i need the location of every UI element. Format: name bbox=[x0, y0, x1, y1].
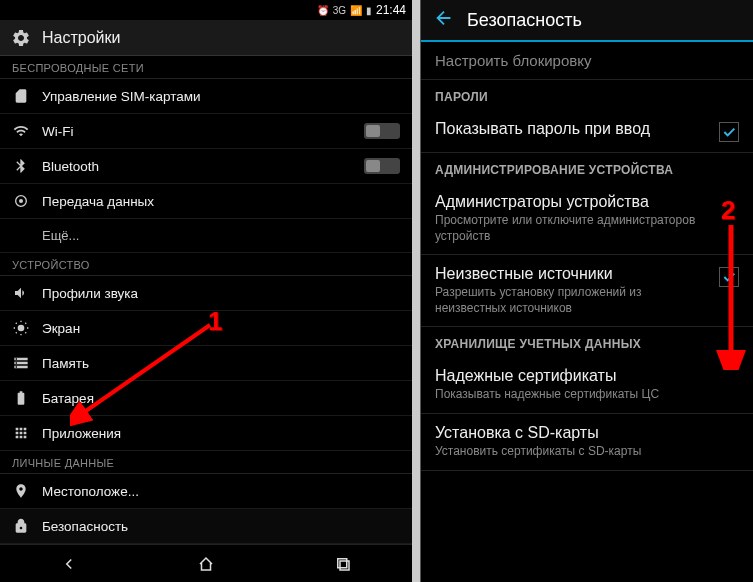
setting-more[interactable]: Ещё... bbox=[0, 219, 412, 253]
sound-icon bbox=[12, 284, 30, 302]
setting-sublabel: Просмотрите или отключите администраторо… bbox=[435, 213, 739, 244]
gear-icon bbox=[10, 27, 32, 49]
setting-security[interactable]: Безопасность bbox=[0, 509, 412, 544]
battery-icon: ▮ bbox=[366, 5, 372, 16]
setting-storage[interactable]: Память bbox=[0, 346, 412, 381]
section-passwords-header: ПАРОЛИ bbox=[421, 80, 753, 110]
lock-icon bbox=[12, 517, 30, 535]
setting-bluetooth[interactable]: Bluetooth bbox=[0, 149, 412, 184]
section-device-admin-header: АДМИНИСТРИРОВАНИЕ УСТРОЙСТВА bbox=[421, 153, 753, 183]
left-phone-screen: ⏰ 3G 📶 ▮ 21:44 Настройки БЕСПРОВОДНЫЕ СЕ… bbox=[0, 0, 412, 582]
page-title: Настройки bbox=[42, 29, 120, 47]
setting-label: Неизвестные источники bbox=[435, 265, 711, 283]
back-icon[interactable] bbox=[433, 7, 455, 33]
setting-data[interactable]: Передача данных bbox=[0, 184, 412, 219]
setting-label: Установка с SD-карты bbox=[435, 424, 739, 442]
setting-label: Администраторы устройства bbox=[435, 193, 739, 211]
app-title-bar: Настройки bbox=[0, 20, 412, 56]
setting-label: Wi-Fi bbox=[42, 124, 352, 139]
annotation-number-2: 2 bbox=[721, 195, 735, 226]
setting-label: Батарея bbox=[42, 391, 400, 406]
setting-display[interactable]: Экран bbox=[0, 311, 412, 346]
page-title: Безопасность bbox=[467, 10, 582, 31]
bluetooth-toggle[interactable] bbox=[364, 158, 400, 174]
status-bar: ⏰ 3G 📶 ▮ 21:44 bbox=[0, 0, 412, 20]
setting-label: Приложения bbox=[42, 426, 400, 441]
setting-label: Память bbox=[42, 356, 400, 371]
setting-label: Профили звука bbox=[42, 286, 400, 301]
setting-label: Bluetooth bbox=[42, 159, 352, 174]
apps-icon bbox=[12, 424, 30, 442]
setting-sublabel: Установить сертификаты с SD-карты bbox=[435, 444, 739, 460]
setting-sublabel: Показывать надежные сертификаты ЦС bbox=[435, 387, 739, 403]
section-wireless-header: БЕСПРОВОДНЫЕ СЕТИ bbox=[0, 56, 412, 79]
setting-label: Ещё... bbox=[12, 228, 400, 243]
settings-list[interactable]: БЕСПРОВОДНЫЕ СЕТИ Управление SIM-картами… bbox=[0, 56, 412, 544]
setting-label: Надежные сертификаты bbox=[435, 367, 739, 385]
section-credentials-header: ХРАНИЛИЩЕ УЧЕТНЫХ ДАННЫХ bbox=[421, 327, 753, 357]
setting-install-sd[interactable]: Установка с SD-карты Установить сертифик… bbox=[421, 414, 753, 471]
network-indicator: 3G bbox=[333, 5, 346, 16]
setting-label: Местоположе... bbox=[42, 484, 400, 499]
show-password-checkbox[interactable] bbox=[719, 122, 739, 142]
setting-sim[interactable]: Управление SIM-картами bbox=[0, 79, 412, 114]
setting-location[interactable]: Местоположе... bbox=[0, 474, 412, 509]
display-icon bbox=[12, 319, 30, 337]
setting-device-admins[interactable]: Администраторы устройства Просмотрите ил… bbox=[421, 183, 753, 255]
wifi-toggle[interactable] bbox=[364, 123, 400, 139]
setting-apps[interactable]: Приложения bbox=[0, 416, 412, 451]
nav-bar bbox=[0, 544, 412, 582]
setting-wifi[interactable]: Wi-Fi bbox=[0, 114, 412, 149]
setting-trusted-certs[interactable]: Надежные сертификаты Показывать надежные… bbox=[421, 357, 753, 414]
svg-point-1 bbox=[19, 199, 23, 203]
wifi-icon bbox=[12, 122, 30, 140]
nav-home-button[interactable] bbox=[188, 550, 224, 578]
setting-show-password[interactable]: Показывать пароль при ввод bbox=[421, 110, 753, 153]
bluetooth-icon bbox=[12, 157, 30, 175]
setting-sublabel: Разрешить установку приложений из неизве… bbox=[435, 285, 711, 316]
annotation-number-1: 1 bbox=[208, 306, 222, 337]
setting-label: Настроить блокировку bbox=[435, 52, 739, 69]
clock: 21:44 bbox=[376, 3, 406, 17]
sim-icon bbox=[12, 87, 30, 105]
security-title-bar: Безопасность bbox=[421, 0, 753, 42]
setting-unknown-sources[interactable]: Неизвестные источники Разрешить установк… bbox=[421, 255, 753, 327]
section-personal-header: ЛИЧНЫЕ ДАННЫЕ bbox=[0, 451, 412, 474]
setting-sound[interactable]: Профили звука bbox=[0, 276, 412, 311]
nav-back-button[interactable] bbox=[51, 550, 87, 578]
setting-label: Управление SIM-картами bbox=[42, 89, 400, 104]
location-icon bbox=[12, 482, 30, 500]
svg-rect-4 bbox=[340, 561, 349, 570]
svg-rect-3 bbox=[338, 558, 347, 567]
storage-icon bbox=[12, 354, 30, 372]
setting-label: Показывать пароль при ввод bbox=[435, 120, 711, 138]
signal-icon: 📶 bbox=[350, 5, 362, 16]
setting-battery[interactable]: Батарея bbox=[0, 381, 412, 416]
data-icon bbox=[12, 192, 30, 210]
nav-recent-button[interactable] bbox=[325, 550, 361, 578]
right-phone-screen: Безопасность Настроить блокировку ПАРОЛИ… bbox=[420, 0, 753, 582]
setting-label: Передача данных bbox=[42, 194, 400, 209]
setting-label: Безопасность bbox=[42, 519, 400, 534]
svg-point-2 bbox=[18, 325, 25, 332]
alarm-icon: ⏰ bbox=[317, 5, 329, 16]
unknown-sources-checkbox[interactable] bbox=[719, 267, 739, 287]
security-list[interactable]: Настроить блокировку ПАРОЛИ Показывать п… bbox=[421, 42, 753, 582]
setting-lock-setup[interactable]: Настроить блокировку bbox=[421, 42, 753, 80]
section-device-header: УСТРОЙСТВО bbox=[0, 253, 412, 276]
battery-icon bbox=[12, 389, 30, 407]
